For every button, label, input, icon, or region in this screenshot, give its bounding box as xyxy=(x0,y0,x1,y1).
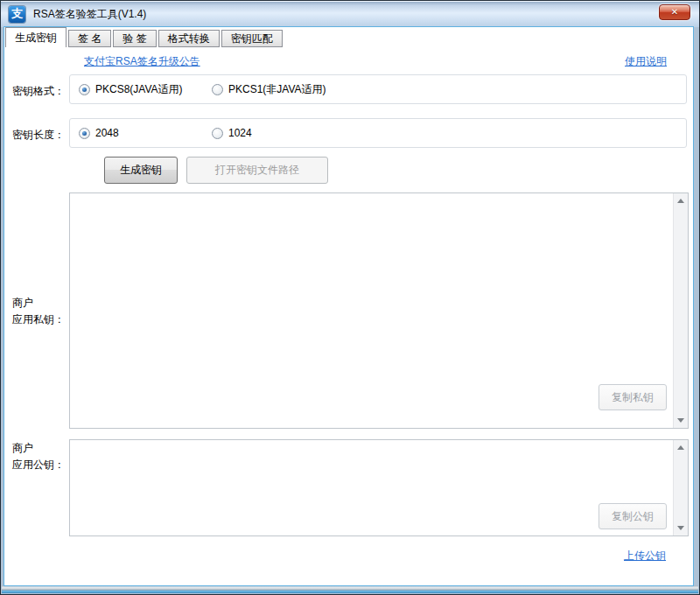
tab-verify[interactable]: 验 签 xyxy=(113,30,156,47)
private-key-label-line2: 应用私钥： xyxy=(12,312,65,328)
private-key-label: 商户 应用私钥： xyxy=(12,295,65,328)
scroll-down-icon[interactable] xyxy=(674,413,688,428)
radio-option-1024[interactable]: 1024 xyxy=(212,119,252,147)
radio-option-pkcs1[interactable]: PKCS1(非JAVA适用) xyxy=(212,75,326,103)
tab-strip: 生成密钥 签 名 验 签 格式转换 密钥匹配 xyxy=(5,27,284,47)
public-key-label-line2: 应用公钥： xyxy=(12,457,65,473)
private-key-box: 复制私钥 xyxy=(69,192,689,429)
generate-key-button[interactable]: 生成密钥 xyxy=(104,157,178,184)
public-key-box: 复制公钥 xyxy=(69,439,689,536)
title-bar: 支 RSA签名验签工具(V1.4) ✕ xyxy=(1,1,699,27)
radio-pkcs1-label[interactable]: PKCS1(非JAVA适用) xyxy=(228,82,326,97)
radio-2048-icon[interactable] xyxy=(79,128,90,139)
radio-1024-label[interactable]: 1024 xyxy=(228,127,252,139)
close-button[interactable]: ✕ xyxy=(659,4,690,20)
radio-pkcs8-label[interactable]: PKCS8(JAVA适用) xyxy=(95,82,183,97)
public-key-label-line1: 商户 xyxy=(12,440,65,457)
private-key-label-line1: 商户 xyxy=(12,295,65,312)
tab-key-match[interactable]: 密钥匹配 xyxy=(221,30,283,47)
tab-generate-keys[interactable]: 生成密钥 xyxy=(5,27,66,47)
alipay-logo-icon: 支 xyxy=(9,6,25,23)
copy-private-key-button[interactable]: 复制私钥 xyxy=(598,384,667,410)
scroll-down-icon[interactable] xyxy=(674,521,688,536)
window-title: RSA签名验签工具(V1.4) xyxy=(33,7,146,22)
open-key-file-path-button[interactable]: 打开密钥文件路径 xyxy=(186,157,328,184)
usage-help-link[interactable]: 使用说明 xyxy=(625,54,667,69)
private-key-scrollbar[interactable] xyxy=(673,193,688,428)
app-window: 支 RSA签名验签工具(V1.4) ✕ 生成密钥 签 名 验 签 格式转换 密钥… xyxy=(0,0,700,595)
window-bottom-frame xyxy=(2,585,698,593)
public-key-scrollbar[interactable] xyxy=(673,440,688,536)
scroll-up-icon[interactable] xyxy=(674,193,688,208)
key-length-group: 2048 1024 xyxy=(69,118,687,148)
radio-option-pkcs8[interactable]: PKCS8(JAVA适用) xyxy=(79,75,183,103)
key-format-group: PKCS8(JAVA适用) PKCS1(非JAVA适用) xyxy=(69,74,687,104)
key-length-label: 密钥长度： xyxy=(12,128,65,143)
client-area: 生成密钥 签 名 验 签 格式转换 密钥匹配 支付宝RSA签名升级公告 使用说明… xyxy=(4,27,693,585)
copy-public-key-button[interactable]: 复制公钥 xyxy=(598,503,667,529)
rsa-upgrade-announcement-link[interactable]: 支付宝RSA签名升级公告 xyxy=(84,54,200,69)
upload-public-key-link[interactable]: 上传公钥 xyxy=(624,549,666,564)
radio-pkcs8-icon[interactable] xyxy=(79,84,90,95)
public-key-textarea[interactable] xyxy=(71,441,672,535)
tab-format-convert[interactable]: 格式转换 xyxy=(158,30,220,47)
radio-2048-label[interactable]: 2048 xyxy=(95,127,119,139)
radio-1024-icon[interactable] xyxy=(212,128,223,139)
scroll-up-icon[interactable] xyxy=(674,440,688,455)
key-format-label: 密钥格式： xyxy=(12,84,65,99)
radio-option-2048[interactable]: 2048 xyxy=(79,119,119,147)
radio-pkcs1-icon[interactable] xyxy=(212,84,223,95)
private-key-textarea[interactable] xyxy=(71,194,672,427)
tab-sign[interactable]: 签 名 xyxy=(68,30,111,47)
public-key-label: 商户 应用公钥： xyxy=(12,440,65,473)
